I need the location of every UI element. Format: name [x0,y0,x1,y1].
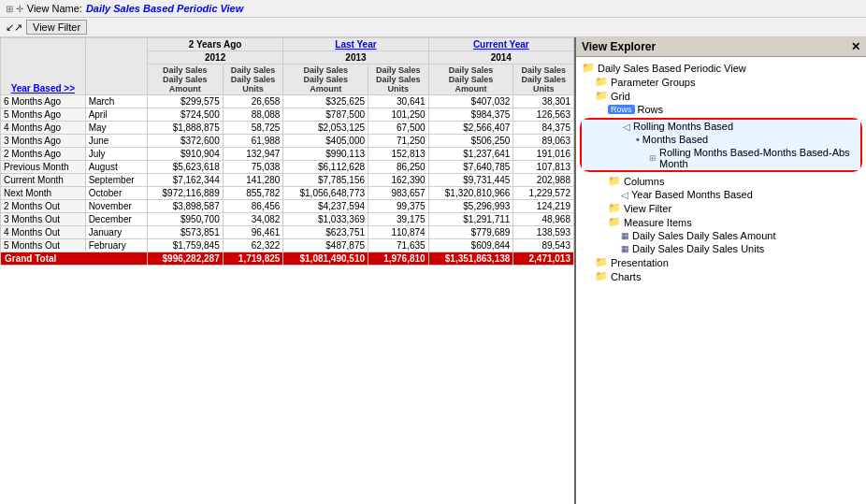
gt-units-2013: 1,976,810 [368,252,429,266]
tree-node[interactable]: •Months Based [582,133,860,146]
cell-value: $2,053,125 [283,122,368,135]
row-period-label: 6 Months Ago [1,95,86,108]
folder-icon: 📁 [595,76,608,88]
table-row: Current MonthSeptember$7,162,344141,280$… [1,174,574,187]
table-row: 4 Months OutJanuary$573,85196,461$623,75… [1,226,574,239]
cell-value: $1,888,875 [147,122,223,135]
view-filter-button[interactable]: View Filter [26,20,87,35]
year-2012: 2012 [147,51,282,65]
cell-value: $299,575 [147,95,223,108]
gt-amount-2012: $996,282,287 [147,252,223,266]
cell-value: 26,658 [223,95,283,108]
tree-node[interactable]: 📁Daily Sales Based Periodic View [580,61,862,75]
title-icons: ⊞ ✛ [6,4,23,14]
gt-amount-2013: $1,081,490,510 [283,252,368,266]
table-row: 4 Months AgoMay$1,888,87558,725$2,053,12… [1,122,574,135]
cell-value: 71,250 [368,135,429,148]
ve-close-button[interactable]: ✕ [851,40,860,53]
cell-value: $787,500 [283,108,368,122]
ve-title: View Explorer [582,40,656,53]
cell-value: 89,543 [513,239,574,252]
dim-icon: ◁ [621,190,628,200]
tree-node[interactable]: ⊞Rolling Months Based-Months Based-Abs M… [582,146,860,170]
tree-node[interactable]: RowsRows [580,103,862,116]
tree-node[interactable]: 📁View Filter [580,201,862,215]
row-month-name: November [85,200,147,213]
cell-value: 89,063 [513,135,574,148]
tree-node[interactable]: ◁Year Based Months Based [580,188,862,201]
cell-value: 48,968 [513,213,574,226]
measure-icon: ▦ [621,231,629,240]
table-row: 2 Months AgoJuly$910,904132,947$990,1131… [1,148,574,161]
col-amount-2012: Daily SalesDaily SalesAmount [147,65,223,95]
row-month-name: September [85,174,147,187]
filter-bar: ↙↗ View Filter [0,18,866,37]
table-row: 6 Months AgoMarch$299,57526,658$325,6253… [1,95,574,108]
cell-value: 30,641 [368,95,429,108]
folder-icon: 📁 [608,175,621,187]
cell-value: 96,461 [223,226,283,239]
cell-value: $9,731,445 [428,174,513,187]
tree-node-label: Daily Sales Daily Sales Units [632,243,764,254]
view-title: Daily Sales Based Periodic View [86,3,243,14]
tree-node[interactable]: 📁Charts [580,269,862,283]
folder-icon: 📁 [595,90,608,102]
row-month-name: July [85,148,147,161]
cell-value: $573,851 [147,226,223,239]
tree-node[interactable]: 📁Parameter Groups [580,75,862,89]
tree-node[interactable]: ▦Daily Sales Daily Sales Amount [580,229,862,242]
cell-value: 39,175 [368,213,429,226]
cell-value: 99,375 [368,200,429,213]
cell-value: 1,229,572 [513,187,574,200]
year-based-header[interactable]: Year Based >> [1,38,86,95]
tree-node[interactable]: 📁Presentation [580,255,862,269]
main-content: Year Based >> 2 Years Ago Last Year Curr… [0,37,866,504]
row-period-label: 3 Months Ago [1,135,86,148]
cell-value: $372,600 [147,135,223,148]
row-month-name: March [85,95,147,108]
tree-node[interactable]: ▦Daily Sales Daily Sales Units [580,242,862,255]
cell-value: $1,291,711 [428,213,513,226]
cell-value: 67,500 [368,122,429,135]
calc-icon: ⊞ [649,153,657,163]
cell-value: $5,296,993 [428,200,513,213]
table-row: Next MonthOctober$972,116,889855,782$1,0… [1,187,574,200]
tree-node[interactable]: ◁Rolling Months Based [582,120,860,133]
table-row: Previous MonthAugust$5,623,61875,038$6,1… [1,161,574,174]
grid-container[interactable]: Year Based >> 2 Years Ago Last Year Curr… [0,37,576,504]
row-period-label: 3 Months Out [1,213,86,226]
grand-total-row: Grand Total $996,282,287 1,719,825 $1,08… [1,252,574,266]
cell-value: $972,116,889 [147,187,223,200]
cell-value: $1,759,845 [147,239,223,252]
cell-value: 34,082 [223,213,283,226]
cell-value: $3,898,587 [147,200,223,213]
cell-value: 126,563 [513,108,574,122]
cell-value: 202,988 [513,174,574,187]
row-month-name: May [85,122,147,135]
tree-node-label: Parameter Groups [611,77,695,88]
tree-node[interactable]: 📁Measure Items [580,215,862,229]
cell-value: $910,904 [147,148,223,161]
row-month-name: August [85,161,147,174]
col-units-2014: Daily SalesDaily SalesUnits [513,65,574,95]
row-month-name: January [85,226,147,239]
cell-value: $7,640,785 [428,161,513,174]
cell-value: $724,500 [147,108,223,122]
cell-value: $950,700 [147,213,223,226]
cell-value: 62,322 [223,239,283,252]
cell-value: 132,947 [223,148,283,161]
cell-value: 141,280 [223,174,283,187]
bullet-icon: • [636,134,640,145]
cell-value: $4,237,594 [283,200,368,213]
grand-total-label: Grand Total [1,252,148,266]
title-bar: ⊞ ✛ View Name: Daily Sales Based Periodi… [0,0,866,18]
folder-icon: 📁 [595,270,608,282]
table-row: 3 Months OutDecember$950,70034,082$1,033… [1,213,574,226]
tree-node[interactable]: 📁Grid [580,89,862,103]
gt-units-2012: 1,719,825 [223,252,283,266]
cell-value: 58,725 [223,122,283,135]
row-month-name: February [85,239,147,252]
tree-node[interactable]: 📁Columns [580,174,862,188]
title-prefix: View Name: [27,3,82,14]
gt-units-2014: 2,471,013 [513,252,574,266]
